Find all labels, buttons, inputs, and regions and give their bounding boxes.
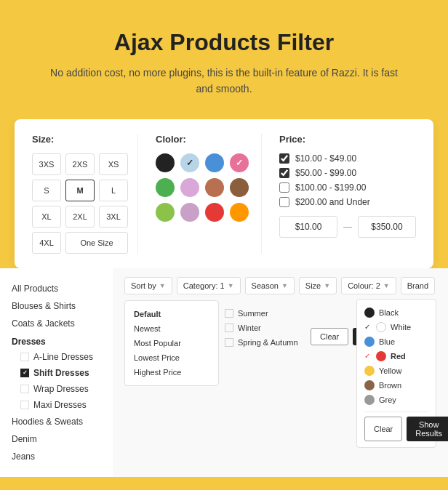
colour-grey[interactable]: Grey xyxy=(364,393,428,407)
sidebar-maxi[interactable]: Maxi Dresses xyxy=(12,397,101,413)
category-arrow: ▼ xyxy=(228,282,234,289)
sort-panel: Default Newest Most Popular Lowest Price… xyxy=(124,300,219,386)
sidebar-shift[interactable]: Shift Dresses xyxy=(12,365,101,381)
color-brown[interactable] xyxy=(205,178,224,197)
price-min-input[interactable] xyxy=(279,216,337,238)
price-options: $10.00 - $49.00 $50.00 - $99.00 $100.00 … xyxy=(279,153,416,207)
sidebar-coats[interactable]: Coats & Jackets xyxy=(12,315,101,332)
size-arrow: ▼ xyxy=(324,282,330,289)
price-check-1[interactable] xyxy=(279,153,289,164)
price-max-input[interactable] xyxy=(358,216,416,238)
color-black[interactable] xyxy=(156,153,175,172)
colour-dropdown[interactable]: Colour: 2 ▼ xyxy=(341,277,396,294)
sidebar-all-products[interactable]: All Products xyxy=(12,280,101,297)
colour-brown[interactable]: Brown xyxy=(364,378,428,393)
sidebar-denim[interactable]: Denim xyxy=(12,430,101,448)
filter-panel: Size: 3XS 2XS XS S M L XL 2XL 3XL 4XL On… xyxy=(15,119,433,268)
color-green[interactable] xyxy=(156,178,175,197)
sidebar-blouses[interactable]: Blouses & Shirts xyxy=(12,297,101,315)
sort-newest[interactable]: Newest xyxy=(134,321,209,336)
size-dropdown-label: Size xyxy=(305,281,321,290)
size-one-size[interactable]: One Size xyxy=(65,232,128,254)
color-blue[interactable] xyxy=(205,153,224,172)
price-option-1[interactable]: $10.00 - $49.00 xyxy=(279,153,416,164)
colour-label: Colour: 2 xyxy=(348,281,380,290)
colour-black[interactable]: Black xyxy=(364,305,428,320)
colour-dot-white xyxy=(376,322,386,332)
season-summer[interactable]: Summer xyxy=(225,306,305,321)
price-section: Price: $10.00 - $49.00 $50.00 - $99.00 $… xyxy=(261,134,416,254)
colour-name-brown: Brown xyxy=(379,381,401,390)
size-2xs[interactable]: 2XS xyxy=(65,153,95,175)
season-panel: Summer Winter Spring & Autumn xyxy=(225,300,305,386)
size-2xl[interactable]: 2XL xyxy=(65,206,95,228)
size-m[interactable]: M xyxy=(65,180,95,201)
price-check-2[interactable] xyxy=(279,168,289,178)
hero-section: Ajax Products Filter No addition cost, n… xyxy=(0,0,448,119)
brand-dropdown[interactable]: Brand xyxy=(401,277,435,294)
season-clear-button[interactable]: Clear xyxy=(311,328,348,345)
season-dropdown[interactable]: Season ▼ xyxy=(245,277,295,294)
color-purple[interactable] xyxy=(180,203,199,222)
size-4xl[interactable]: 4XL xyxy=(32,232,61,254)
sidebar-jeans[interactable]: Jeans xyxy=(12,448,101,465)
price-option-3[interactable]: $100.00 - $199.00 xyxy=(279,182,416,193)
season-spring[interactable]: Spring & Autumn xyxy=(225,335,305,350)
colour-dot-grey xyxy=(364,395,375,405)
colour-clear-button[interactable]: Clear xyxy=(364,417,402,441)
sidebar-wrap[interactable]: Wrap Dresses xyxy=(12,381,101,397)
sort-default[interactable]: Default xyxy=(134,307,209,321)
white-checkmark: ✓ xyxy=(364,323,370,331)
color-label: Clolor: xyxy=(156,134,261,145)
color-red[interactable] xyxy=(205,203,224,222)
color-darkbrown[interactable] xyxy=(230,178,249,197)
size-grid: 3XS 2XS XS S M L XL 2XL 3XL 4XL One Size xyxy=(32,153,137,254)
colour-yellow[interactable]: Yellow xyxy=(364,364,428,378)
size-l[interactable]: L xyxy=(99,180,128,201)
size-s[interactable]: S xyxy=(32,180,61,201)
aline-checkbox xyxy=(20,353,29,361)
size-xs[interactable]: XS xyxy=(99,153,128,175)
size-dropdown[interactable]: Size ▼ xyxy=(299,277,337,294)
colour-dot-yellow xyxy=(364,366,375,376)
color-grid: ✓ ✓ xyxy=(156,153,261,222)
sidebar-aline[interactable]: A-Line Dresses xyxy=(12,349,101,365)
sort-highest[interactable]: Highest Price xyxy=(134,365,209,379)
size-3xs[interactable]: 3XS xyxy=(32,153,61,175)
category-dropdown[interactable]: Category: 1 ▼ xyxy=(177,277,241,294)
season-arrow: ▼ xyxy=(281,282,288,289)
color-orange[interactable] xyxy=(230,203,249,222)
color-lime[interactable] xyxy=(156,203,175,222)
colour-show-button[interactable]: Show Results xyxy=(407,417,448,441)
colour-name-grey: Grey xyxy=(379,395,396,404)
red-checkmark: ✓ xyxy=(364,352,370,360)
sort-lowest[interactable]: Lowest Price xyxy=(134,350,209,365)
size-xl[interactable]: XL xyxy=(32,206,61,228)
bottom-section: All Products Blouses & Shirts Coats & Ja… xyxy=(0,268,448,477)
sidebar-hoodies[interactable]: Hoodies & Sweats xyxy=(12,413,101,430)
size-3xl[interactable]: 3XL xyxy=(99,206,128,228)
color-lavender[interactable] xyxy=(180,178,199,197)
colour-blue[interactable]: Blue xyxy=(364,334,428,349)
price-label: Price: xyxy=(279,134,416,145)
colour-dot-brown xyxy=(364,380,375,390)
size-label: Size: xyxy=(32,134,137,145)
colour-red[interactable]: ✓ Red xyxy=(364,349,428,364)
price-option-2[interactable]: $50.00 - $99.00 xyxy=(279,168,416,178)
price-check-3[interactable] xyxy=(279,182,289,193)
summer-checkbox xyxy=(225,309,233,318)
price-check-4[interactable] xyxy=(279,197,289,207)
sort-by-label: Sort by xyxy=(131,281,156,290)
sort-by-dropdown[interactable]: Sort by ▼ xyxy=(124,277,172,294)
sort-popular[interactable]: Most Popular xyxy=(134,336,209,350)
shift-checkbox xyxy=(20,369,29,377)
colour-name-blue: Blue xyxy=(379,337,395,346)
season-winter[interactable]: Winter xyxy=(225,321,305,335)
colour-dot-black xyxy=(364,308,375,318)
color-pink[interactable]: ✓ xyxy=(230,153,249,172)
color-lightblue[interactable]: ✓ xyxy=(180,153,199,172)
hero-title: Ajax Products Filter xyxy=(44,29,404,56)
colour-white[interactable]: ✓ White xyxy=(364,320,428,334)
colour-arrow: ▼ xyxy=(383,282,390,289)
price-option-4[interactable]: $200.00 and Under xyxy=(279,197,416,207)
